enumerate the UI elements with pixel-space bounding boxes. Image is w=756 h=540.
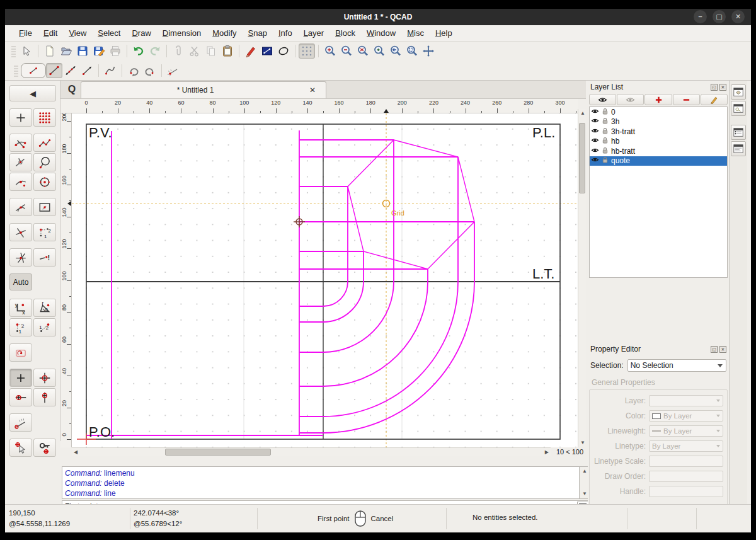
menu-layer[interactable]: Layer (299, 26, 329, 40)
layer-list-float-icon[interactable]: ◱ (711, 84, 718, 91)
grid-toggle-button[interactable] (299, 43, 315, 59)
restrict-nothing-button[interactable] (9, 369, 32, 387)
snap-auto-button[interactable]: Auto (9, 273, 32, 290)
drawing-canvas[interactable]: Grid P.V. P.L. L.T. P.O. (72, 113, 578, 447)
restrict-orthogonal-button[interactable] (33, 369, 56, 387)
property-editor-float-icon[interactable]: ◱ (711, 346, 718, 353)
maximize-button[interactable]: ▢ (713, 10, 726, 23)
menu-snap[interactable]: Snap (243, 26, 272, 40)
layer-row-hb-tratt[interactable]: hb-tratt (590, 146, 727, 156)
tab-close-icon[interactable]: ✕ (309, 86, 322, 95)
coordinate-cartesian-button[interactable]: yx (9, 299, 32, 317)
infinite-line-button[interactable] (62, 63, 79, 78)
save-button[interactable] (74, 43, 91, 59)
menu-help[interactable]: Help (430, 26, 457, 40)
layer-row-3h-tratt[interactable]: 3h-tratt (590, 127, 727, 137)
menu-modify[interactable]: Modify (207, 26, 241, 40)
layer-row-0[interactable]: 0 (590, 107, 727, 117)
snap-grid-button[interactable] (33, 108, 56, 127)
selection-pointer-button[interactable] (18, 43, 35, 59)
scroll-right-icon[interactable]: ▶ (545, 450, 549, 455)
title-bar[interactable]: Untitled 1 * - QCAD – ▢ ✕ (5, 9, 751, 25)
coordinate-relative-cartesian-button[interactable]: 12 (9, 318, 32, 336)
horizontal-scrollbar-thumb[interactable] (165, 449, 271, 456)
zoom-window-button[interactable] (404, 43, 420, 59)
eye-icon[interactable] (591, 137, 599, 146)
property-lineweight-control[interactable]: By Layer (649, 425, 723, 437)
print-button[interactable] (107, 43, 123, 59)
ellipse-button[interactable] (275, 43, 292, 59)
snap-free-button[interactable] (9, 108, 32, 127)
scroll-down-icon[interactable]: ▼ (580, 440, 585, 445)
dock-layer-list-button[interactable] (731, 125, 746, 140)
lock-icon[interactable] (601, 108, 609, 117)
dock-property-editor-button[interactable] (731, 141, 746, 156)
menu-file[interactable]: File (14, 26, 37, 40)
snap-perpendicular-button[interactable] (9, 153, 32, 171)
menu-block[interactable]: Block (330, 26, 360, 40)
scroll-up-icon[interactable]: ▲ (580, 111, 585, 116)
dock-block-list-button[interactable] (731, 84, 746, 100)
dimension-tool-button[interactable] (9, 343, 32, 362)
show-all-layers-button[interactable] (589, 94, 616, 105)
vertical-scrollbar-thumb[interactable] (579, 123, 585, 193)
snap-tangent-button[interactable] (9, 198, 32, 216)
menu-edit[interactable]: Edit (38, 26, 62, 40)
copy-button[interactable] (203, 43, 219, 59)
hide-all-layers-button[interactable] (617, 94, 644, 105)
layer-row-hb[interactable]: hb (590, 137, 727, 147)
eye-icon[interactable] (591, 156, 599, 165)
auto-zoom-button[interactable] (355, 43, 371, 59)
menu-select[interactable]: Select (93, 26, 125, 40)
restrict-vertical-button[interactable] (33, 388, 56, 406)
undo-button[interactable] (130, 43, 147, 59)
lock-icon[interactable] (601, 117, 609, 126)
layer-row-quote[interactable]: quote (590, 156, 727, 166)
construction-line-button[interactable] (165, 63, 181, 78)
save-as-button[interactable] (91, 43, 107, 59)
zoom-in-alt-button[interactable] (371, 43, 387, 59)
lock-icon[interactable] (601, 156, 609, 165)
remove-layer-button[interactable] (673, 94, 700, 105)
coordinate-relative-polar-button[interactable]: 12 (33, 318, 56, 336)
property-layer-control[interactable] (649, 395, 723, 406)
snap-circle-button[interactable] (33, 153, 56, 171)
zoom-in-button[interactable] (322, 43, 338, 59)
line-2-points-button[interactable] (46, 63, 62, 78)
property-linetype-control[interactable]: By Layer (649, 440, 723, 452)
cut-alt-button[interactable] (186, 43, 203, 59)
polyline-tool-2-button[interactable] (142, 63, 158, 78)
freehand-line-button[interactable] (102, 63, 118, 78)
menu-window[interactable]: Window (362, 26, 401, 40)
zoom-out-button[interactable] (338, 43, 355, 59)
menu-dimension[interactable]: Dimension (158, 26, 206, 40)
eye-icon[interactable] (591, 117, 599, 126)
layer-row-3h[interactable]: 3h (590, 117, 727, 127)
snap-intersection-button[interactable] (9, 223, 32, 241)
drawing-preferences-button[interactable] (259, 43, 275, 59)
lock-relative-zero-button[interactable] (33, 439, 56, 457)
cut-button[interactable] (170, 43, 186, 59)
select-reference-button[interactable] (9, 439, 32, 457)
pan-button[interactable] (420, 43, 437, 59)
snap-reference-button[interactable] (33, 198, 56, 216)
pencil-button[interactable] (243, 43, 259, 59)
coordinate-polar-button[interactable]: ra (33, 299, 56, 317)
edit-layer-button[interactable] (701, 94, 728, 105)
snap-endpoints-button[interactable] (9, 134, 32, 152)
vertical-scrollbar[interactable]: ▲ ▼ (578, 109, 586, 447)
previous-view-button[interactable] (387, 43, 404, 59)
eye-icon[interactable] (591, 147, 599, 156)
snap-intersection-manual-button[interactable] (9, 248, 32, 267)
property-handle-control[interactable] (649, 486, 723, 497)
snap-on-entity-button[interactable] (33, 134, 56, 152)
eye-icon[interactable] (591, 127, 599, 136)
polyline-tool-button[interactable] (125, 63, 142, 78)
property-draworder-control[interactable] (649, 471, 723, 482)
snap-middle-button[interactable] (9, 173, 32, 191)
horizontal-scrollbar[interactable]: ◀ ▶ (72, 447, 551, 456)
back-button[interactable]: ◀ (9, 85, 56, 101)
layer-list-close-icon[interactable]: ✕ (719, 84, 726, 91)
minimize-button[interactable]: – (694, 10, 707, 23)
property-linetypescale-control[interactable] (649, 456, 723, 467)
